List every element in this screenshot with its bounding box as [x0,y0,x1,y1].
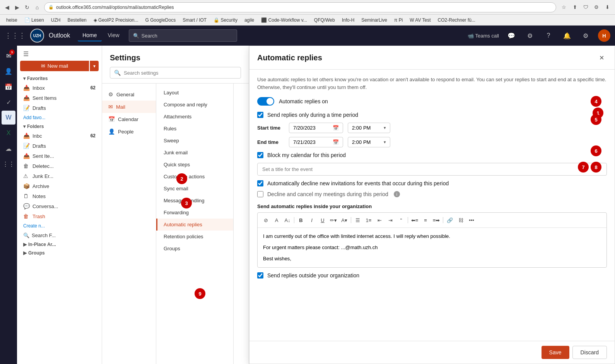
start-date-field[interactable]: 7/20/2023 📅 [289,123,343,133]
toolbar-align-right-btn[interactable]: ≡➡ [431,215,441,225]
settings-search-box[interactable]: 🔍 [110,67,241,79]
teams-call[interactable]: 📹 Teams call [468,33,499,39]
auto-replies-toggle[interactable] [257,97,274,106]
folder-junk[interactable]: ⚠ Junk Er... [17,171,102,181]
menu-sweep[interactable]: Sweep [156,135,233,147]
settings-search-input[interactable] [124,70,237,76]
toolbar-bullets-btn[interactable]: ☰ [353,215,363,225]
menu-automatic-replies[interactable]: Automatic replies [156,219,233,231]
save-button[interactable]: Save [542,346,569,359]
editor-content[interactable]: I am currently out of the office with li… [258,228,606,267]
bookmark-lesen[interactable]: 📄 Lesen [21,17,47,24]
menu-junk-email[interactable]: Junk email [156,147,233,159]
toolbar-font-size-btn[interactable]: A [272,215,282,225]
bookmark-info-h[interactable]: Info-H [339,17,358,24]
end-time-field[interactable]: 2:00 PM ▾ [348,137,390,147]
nav-search[interactable]: 🔍 Search [129,29,237,42]
toolbar-bold-btn[interactable]: B [296,215,306,225]
menu-compose-reply[interactable]: Compose and reply [156,99,233,111]
add-favorite[interactable]: Add favo... [17,113,102,122]
back-btn[interactable]: ◀ [3,3,11,11]
decline-invitations-checkbox[interactable] [257,180,263,186]
sidebar-people-icon[interactable]: 👤 [2,64,15,78]
toolbar-increase-indent-btn[interactable]: ⇥ [385,215,395,225]
extensions-btn[interactable]: ⚙ [592,3,601,12]
menu-retention-policies[interactable]: Retention policies [156,231,233,243]
menu-groups[interactable]: Groups [156,243,233,255]
sidebar-tasks-icon[interactable]: ✓ [2,95,15,109]
feedback-btn[interactable]: 💬 [505,29,518,42]
event-title-input[interactable] [257,163,607,176]
folder-drafts[interactable]: 📝 Drafts [17,103,102,113]
avatar[interactable]: H [598,29,610,42]
sidebar-excel-icon[interactable]: X [2,126,15,140]
folder-conversations[interactable]: 💬 Conversa... [17,201,102,211]
gear-icon-btn[interactable]: ⚙ [579,29,592,42]
bookmark-agile[interactable]: agile [241,17,257,24]
panel-close-button[interactable]: ✕ [596,52,607,63]
shield-btn[interactable]: 🛡 [581,3,590,12]
menu-quick-steps[interactable]: Quick steps [156,159,233,171]
folder-folders-drafts[interactable]: 📝 Drafts [17,141,102,151]
bookmark-security[interactable]: 🔒 Security [210,17,241,24]
tab-view[interactable]: View [103,30,124,41]
bookmark-heise[interactable]: heise [3,17,20,24]
folders-section[interactable]: ▾ Folders [17,122,102,131]
toolbar-italic-btn[interactable]: I [307,215,317,225]
sidebar-mail-icon[interactable]: ✉ 9 [2,49,15,63]
folder-folders-sent[interactable]: 📤 Sent Ite... [17,151,102,161]
toolbar-quote-btn[interactable]: " [396,215,406,225]
hamburger-icon[interactable]: ☰ [23,50,29,58]
bookmark-av-test[interactable]: W AV Test [407,17,434,24]
create-new-folder[interactable]: Create n... [17,221,102,231]
menu-customize-actions[interactable]: Customize actions [156,171,233,183]
address-bar[interactable]: 🔒 outlook.office365.com/mail/options/mai… [44,2,556,12]
toolbar-underline-btn[interactable]: U [318,215,328,225]
search-folder[interactable]: 🔍 Search F... [17,231,102,240]
bookmark-geoip2[interactable]: ◈ GeoIP2 Precision... [91,17,142,24]
menu-attachments[interactable]: Attachments [156,111,233,123]
grid-icon[interactable]: ⋮⋮⋮ [5,31,26,40]
toolbar-align-left-btn[interactable]: ⬅≡ [410,215,420,225]
folder-trash[interactable]: 🗑 Trash [17,211,102,221]
folder-inbox[interactable]: 📥 Inbox 62 [17,83,102,93]
bookmark-co2[interactable]: CO2-Rechner fü... [435,17,478,24]
folder-deleted[interactable]: 🗑 Deletec... [17,161,102,171]
toolbar-decrease-indent-btn[interactable]: ⇤ [374,215,384,225]
favorites-section[interactable]: ▾ Favorites [17,74,102,83]
folder-archive[interactable]: 📦 Archive [17,181,102,191]
menu-forwarding[interactable]: Forwarding [156,207,233,219]
sidebar-word-icon[interactable]: W [2,111,15,125]
sidebar-apps-icon[interactable]: ⋮⋮ [2,157,15,171]
end-date-field[interactable]: 7/21/2023 📅 [289,137,343,147]
folder-notes[interactable]: 🗒 Notes [17,191,102,201]
home-btn[interactable]: ⌂ [33,3,41,11]
bookmark-qfq[interactable]: QFQ/Web [311,17,338,24]
sidebar-onedrive-icon[interactable]: ☁ [2,142,15,156]
bookmark-btn[interactable]: ☆ [559,3,569,12]
discard-button[interactable]: Discard [572,346,607,359]
bookmark-bestellen[interactable]: Bestellen [64,17,89,24]
send-time-period-checkbox[interactable] [257,112,263,118]
compose-button[interactable]: ✉ New mail [20,61,89,71]
forward-btn[interactable]: ▶ [13,3,21,11]
bookmark-pi[interactable]: π Pi [391,17,406,24]
bookmark-googledocs[interactable]: G GoogleDocs [142,17,179,24]
toolbar-unlink-btn[interactable]: ⛓ [456,215,466,225]
notification-btn[interactable]: 🔔 [561,29,573,42]
share-btn[interactable]: ⬆ [570,3,579,12]
menu-message-handling[interactable]: Message handling [156,195,233,207]
groups-section[interactable]: ▶ Groups [17,249,102,257]
send-outside-checkbox[interactable] [257,272,263,279]
bookmark-smart-iot[interactable]: Smart / IOT [179,17,210,24]
toolbar-clear-btn[interactable]: ⊘ [261,215,271,225]
in-place-section[interactable]: ▶ In-Place Ar... [17,240,102,249]
compose-arrow-btn[interactable]: ▾ [90,61,99,71]
toolbar-link-btn[interactable]: 🔗 [445,215,455,225]
toolbar-align-center-btn[interactable]: ≡ [420,215,430,225]
bookmark-seminarlive[interactable]: SeminarLive [358,17,390,24]
menu-sync-email[interactable]: Sync email [156,183,233,195]
settings-nav-mail[interactable]: ✉ Mail [102,101,156,113]
sidebar-calendar-icon[interactable]: 📅 [2,80,15,94]
settings-nav-calendar[interactable]: 📅 Calendar [102,113,156,125]
